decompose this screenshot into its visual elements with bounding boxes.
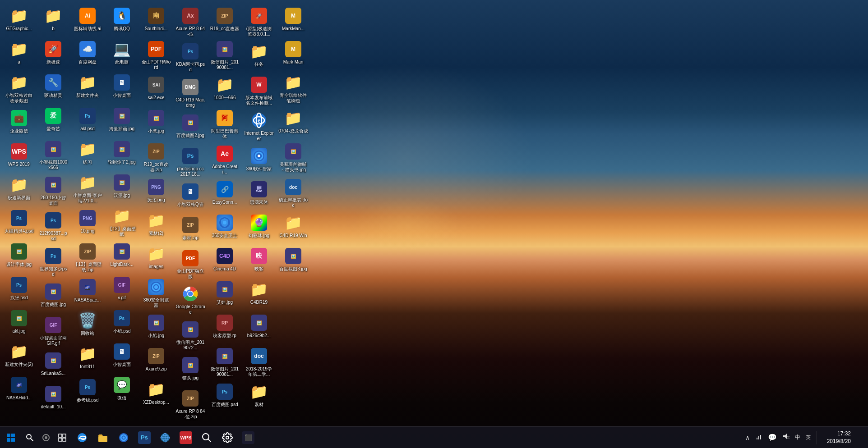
icon-axure84-zip[interactable]: ZIP Axure RP 8 84-位.zip [174,388,207,421]
icon-hailiang-jpg[interactable]: 🖼️ 海量插画.jpg [106,105,138,137]
taskbar-edge[interactable] [72,428,92,448]
tray-volume[interactable]: )))) [781,433,791,442]
icon-360-software[interactable]: 360软件管家 [243,145,275,177]
icon-c4d-win[interactable]: 📁 C4D R19 Win [277,212,309,243]
icon-material-zip[interactable]: ZIP 素材.zip [174,214,207,246]
icon-design-font-jpg[interactable]: 🖼️ 设计字体.jpg [3,241,35,272]
icon-font811[interactable]: 📁 font811 [71,343,104,375]
icon-xinjisu[interactable]: 🚀 新极速 [37,38,69,70]
system-clock[interactable]: 17:32 2019/8/20 [822,430,856,445]
icon-212f-psd[interactable]: Ps 212f90387...psd [37,210,69,243]
icon-material-folder[interactable]: 📁 素材 [243,381,275,412]
icon-srilanka[interactable]: 🖼️ SriLankaS... [37,350,69,381]
taskbar-settings[interactable] [217,428,237,448]
icon-icon-ai[interactable]: Ai 图标辅助线.ai [71,5,104,37]
icon-iqiyi[interactable]: 爱 爱奇艺 [37,105,69,137]
icon-wechat-img-2019c[interactable]: 🖼️ 微信图片_20190081... [208,345,241,379]
icon-boat-jpg[interactable]: 🖼️ 小船.jpg [140,312,172,343]
icon-GTGraphic[interactable]: 📁 GTGraphic... [3,5,35,37]
icon-south-india[interactable]: 南 SouthIndi... [140,5,172,37]
icon-sai2-exe[interactable]: SAI sai2.exe [140,74,172,105]
icon-xzdesktop-folder[interactable]: 📁 XZDesktop... [140,379,172,410]
icon-new-folder2[interactable]: 📁 新建文件夹(2) [3,341,35,372]
icon-b[interactable]: 📁 b [37,5,69,37]
icon-hamburger-psd[interactable]: Ps 汉堡.psd [3,274,35,306]
icon-dinosaur[interactable]: 📁 0704-恐龙合成 [277,107,309,139]
icon-fubei-png[interactable]: PNG 抚北.png [140,176,172,208]
icon-world-psd[interactable]: Ps 世界知多少psd [37,245,69,279]
icon-approval-doc[interactable]: doc 确正审批表.doc [277,176,309,210]
icon-nasa-hidden[interactable]: 🌌 NASAHidd... [3,374,35,406]
icon-source-han[interactable]: 思 思源宋体 [243,178,275,210]
icon-xiaozhi-screenshot[interactable]: 📁 小智双核过白收录截图 [3,72,35,105]
search-button[interactable] [22,430,38,446]
icon-13-wallpaper-folder[interactable]: 📁 【13】桌面壁纸 [106,205,138,239]
task-view-button[interactable] [54,428,70,448]
icon-axure8-64[interactable]: Ax Axure RP 8 64-位 [174,5,207,39]
icon-my-computer[interactable]: 💻 此电脑 [106,38,138,70]
icon-eagle-jpg[interactable]: 🖼️ 小鹰.jpg [140,107,172,139]
icon-yingke[interactable]: 映 映客 [243,245,275,277]
icon-images-folder[interactable]: 📁 images [140,243,172,274]
icon-2018-doc[interactable]: doc 2018-2019学年第二学... [243,345,275,379]
icon-version-check[interactable]: W 版本发布前域名文件检测... [243,74,275,108]
icon-jinshan-pdf[interactable]: PDF 金山PDF转Word [140,38,172,72]
icon-baidu-pan[interactable]: ☁️ 百度网盘 [71,38,104,70]
icon-prototype-rp[interactable]: RP 映客原型.rp [208,312,241,343]
icon-r19-zip[interactable]: ZIP R19_oc直改器.zip [140,141,172,174]
cortana-button[interactable] [38,428,54,448]
icon-driver[interactable]: 🔧 驱动精灵 [37,72,69,103]
icon-brush-pack[interactable]: 📁 青空琪绘软件笔刷包 [277,72,309,105]
icon-baidu-screenshot2[interactable]: 🖼️ 百度截图2.jpg [174,112,207,143]
icon-enterprise-wechat[interactable]: 💼 企业微信 [3,107,35,139]
icon-v-gif[interactable]: GIF v.gif [106,274,138,306]
taskbar-search2[interactable] [197,428,217,448]
icon-baidu-screenshot3[interactable]: 🖼️ 百度截图3.jpg [277,245,309,277]
icon-nasa-space[interactable]: 🌌 NASASpac... [71,276,104,308]
tray-expand[interactable]: ∧ [744,434,751,441]
icon-c4dr19-folder[interactable]: 📁 C4DR19 [243,279,275,310]
icon-wps2019[interactable]: WPS WPS 2019 [3,141,35,172]
icon-1000-666[interactable]: 📁 1000一666 [208,74,241,105]
tray-wechat[interactable]: 💬 [766,433,778,442]
icon-cat-book-jpg[interactable]: 🖼️ 吴藐界的微哺～猫头书.jpg [277,141,309,174]
icon-markman[interactable]: M MarkMan... [277,5,309,37]
icon-photoshop-cc[interactable]: Ps photoshop cc 2017 18... [174,145,207,179]
icon-akl-psd[interactable]: Ps akl.psd [71,105,104,137]
taskbar-globe[interactable] [155,428,175,448]
tray-network[interactable] [754,433,764,442]
icon-lightdark[interactable]: 🖼️ LightDark... [106,241,138,272]
start-button[interactable] [0,427,22,448]
icon-wechat-img-2019[interactable]: 🖼️ 微信图片_2019072... [174,319,207,352]
icon-jinshan-pdf2[interactable]: PDF 金山PDF独立版 [174,247,207,281]
icon-baidu-screenshot[interactable]: 🖼️ 百度截图.jpg [37,281,69,312]
taskbar-photoshop[interactable]: Ps [134,428,154,448]
tray-input-eng[interactable]: 英 [804,434,812,441]
icon-google-chrome[interactable]: Google Chrome [174,283,207,317]
icon-r19-direct[interactable]: ZIP R19_oc直改器 [208,5,241,37]
icon-xiaozhi-q[interactable]: 🖥 小智双核Q管 [174,181,207,212]
icon-proto-jisu[interactable]: 🚀 (原型)极速浏览器3.0.1... [243,5,275,39]
icon-13-wallpaper-zip[interactable]: ZIP 【13】桌面壁纸.zip [71,241,104,274]
icon-recycle-bin[interactable]: 🗑️ 回收站 [71,310,104,341]
icon-jisu-ui[interactable]: 📁 极速新界面 [3,174,35,206]
icon-whale-psd[interactable]: Ps 小鲸.psd [106,307,138,339]
icon-wechat-img-2019b[interactable]: 🖼️ 微信图片_20190081... [208,38,241,72]
taskbar-explorer[interactable] [93,428,113,448]
show-desktop-button[interactable] [861,427,864,448]
icon-a[interactable]: 📁 a [3,38,35,70]
icon-kda-psd[interactable]: Ps KDA阿卡丽.psd [174,41,207,74]
icon-adobe-creative[interactable]: Ae Adobe Creati... [208,143,241,177]
icon-rainbow-ball[interactable]: 🔮 幻彩球.jpg [243,212,275,243]
taskbar-wps[interactable]: WPS [176,428,196,448]
icon-axure9-zip[interactable]: ZIP Axure9.zip [140,345,172,377]
taskbar-cmd[interactable]: ⬛ [238,428,258,448]
icon-material2[interactable]: 📁 素材(2) [140,210,172,241]
tray-input-lang[interactable]: 中 [794,434,802,441]
icon-360-security[interactable]: 360安全卫士 [208,212,241,243]
icon-c4d-dmg[interactable]: DMG C4D R19 Mac.dmg [174,76,207,110]
icon-cat-head[interactable]: 🖼️ 猫头.jpg [174,354,207,386]
icon-xiaozhi-1000[interactable]: 🖼️ 小智截图1000x666 [37,138,69,172]
icon-cinema4d[interactable]: C4D Cinema 4D [208,245,241,277]
icon-wechat[interactable]: 💬 微信 [106,374,138,406]
